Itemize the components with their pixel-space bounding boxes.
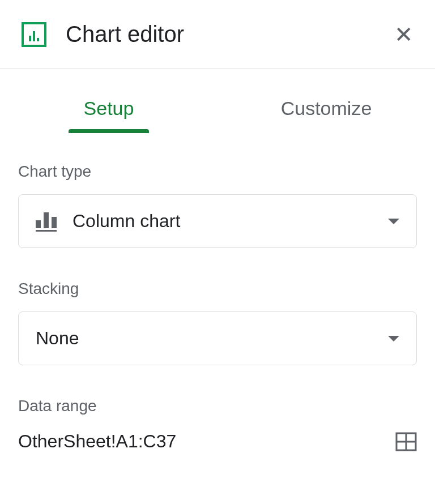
data-range-row: OtherSheet!A1:C37 <box>18 429 417 454</box>
close-icon[interactable]: ✕ <box>394 23 413 46</box>
stacking-select[interactable]: None <box>18 311 417 365</box>
tab-customize[interactable]: Customize <box>218 91 435 133</box>
data-range-value[interactable]: OtherSheet!A1:C37 <box>18 431 176 452</box>
chart-editor-icon <box>22 22 46 47</box>
chart-type-select[interactable]: Column chart <box>18 194 417 248</box>
chevron-down-icon <box>388 336 399 341</box>
tab-setup[interactable]: Setup <box>0 91 218 133</box>
select-range-icon[interactable] <box>395 432 417 451</box>
data-range-label: Data range <box>18 397 417 415</box>
stacking-label: Stacking <box>18 280 417 298</box>
panel-header: Chart editor ✕ <box>0 0 435 69</box>
chart-type-value: Column chart <box>72 211 388 232</box>
tab-bar: Setup Customize <box>0 91 435 133</box>
chevron-down-icon <box>388 219 399 224</box>
column-chart-icon <box>36 211 57 232</box>
panel-title: Chart editor <box>66 22 394 47</box>
chart-type-label: Chart type <box>18 163 417 181</box>
stacking-value: None <box>36 328 388 349</box>
setup-content: Chart type Column chart Stacking None Da… <box>0 133 435 454</box>
